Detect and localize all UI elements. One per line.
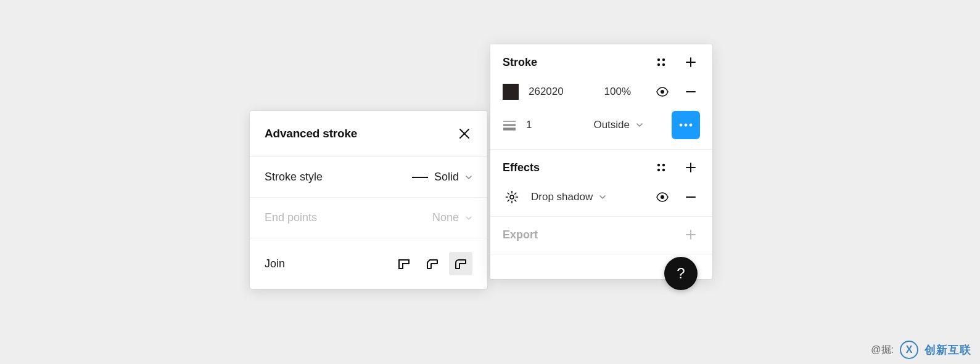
visibility-eye-icon[interactable] bbox=[653, 83, 672, 101]
svg-line-23 bbox=[515, 200, 516, 201]
stroke-style-value-group: Solid bbox=[412, 171, 472, 184]
plus-icon[interactable] bbox=[681, 53, 700, 71]
stroke-width-row: 1 Outside bbox=[503, 101, 700, 139]
export-section-title: Export bbox=[503, 229, 538, 241]
stroke-style-value: Solid bbox=[434, 171, 459, 184]
stroke-solid-icon bbox=[412, 176, 428, 179]
inspector-panel: Stroke 262020 100% bbox=[490, 44, 712, 279]
join-round-button[interactable] bbox=[449, 252, 472, 275]
svg-point-17 bbox=[510, 195, 514, 199]
join-row: Join bbox=[250, 238, 487, 289]
effect-settings-sun-icon[interactable] bbox=[503, 188, 521, 206]
end-points-value-group: None bbox=[432, 211, 472, 224]
visibility-eye-icon[interactable] bbox=[653, 188, 672, 206]
help-button[interactable]: ? bbox=[664, 257, 698, 290]
svg-point-15 bbox=[657, 169, 660, 171]
remove-minus-icon[interactable] bbox=[681, 188, 700, 206]
svg-point-11 bbox=[685, 124, 688, 127]
stroke-position-value: Outside bbox=[593, 119, 630, 131]
export-section-header: Export bbox=[503, 225, 700, 244]
effect-type-select[interactable]: Drop shadow bbox=[531, 191, 606, 203]
chevron-down-icon bbox=[465, 214, 472, 222]
svg-line-25 bbox=[515, 193, 516, 194]
stroke-color-row: 262020 100% bbox=[503, 75, 700, 101]
chevron-down-icon bbox=[465, 174, 472, 181]
watermark: @掘: X 创新互联 bbox=[871, 341, 971, 359]
plus-icon[interactable] bbox=[681, 158, 700, 177]
styles-icon[interactable] bbox=[652, 53, 670, 71]
stroke-style-label: Stroke style bbox=[265, 171, 323, 184]
svg-point-4 bbox=[662, 63, 665, 66]
stroke-color-swatch[interactable] bbox=[503, 84, 519, 100]
effects-section: Effects Drop shadow bbox=[490, 150, 712, 217]
svg-point-5 bbox=[661, 90, 664, 94]
stroke-section: Stroke 262020 100% bbox=[490, 44, 712, 150]
stroke-style-row[interactable]: Stroke style Solid bbox=[250, 157, 487, 198]
effects-section-header: Effects bbox=[503, 158, 700, 180]
export-section: Export bbox=[490, 217, 712, 254]
svg-point-3 bbox=[657, 63, 660, 66]
svg-line-24 bbox=[508, 200, 509, 201]
popover-header: Advanced stroke bbox=[250, 111, 487, 157]
effects-section-tools bbox=[652, 158, 700, 177]
join-label: Join bbox=[265, 257, 285, 270]
chevron-down-icon bbox=[599, 193, 606, 201]
effects-section-title: Effects bbox=[503, 161, 540, 174]
effect-row: Drop shadow bbox=[503, 180, 700, 206]
end-points-value: None bbox=[432, 211, 459, 224]
export-section-tools bbox=[681, 225, 700, 244]
stroke-more-button[interactable] bbox=[672, 111, 700, 139]
chevron-down-icon bbox=[636, 121, 643, 129]
join-buttons bbox=[392, 252, 472, 275]
stroke-position-select[interactable]: Outside bbox=[593, 119, 643, 131]
watermark-attrib: @掘: bbox=[871, 344, 894, 357]
stroke-section-tools bbox=[652, 53, 700, 71]
watermark-brand: 创新互联 bbox=[924, 342, 971, 357]
stroke-section-header: Stroke bbox=[503, 53, 700, 75]
effect-type-value: Drop shadow bbox=[531, 191, 593, 203]
plus-icon[interactable] bbox=[681, 225, 700, 244]
styles-icon[interactable] bbox=[652, 158, 670, 177]
stroke-hex-value[interactable]: 262020 bbox=[529, 86, 564, 98]
stroke-width-input[interactable]: 1 bbox=[526, 119, 532, 131]
stroke-weight-icon bbox=[503, 119, 516, 131]
svg-point-2 bbox=[662, 59, 665, 61]
watermark-logo-icon: X bbox=[900, 341, 918, 359]
advanced-stroke-popover: Advanced stroke Stroke style Solid End p… bbox=[250, 111, 487, 289]
svg-point-26 bbox=[661, 195, 664, 199]
svg-point-1 bbox=[657, 59, 660, 61]
svg-line-22 bbox=[508, 193, 509, 194]
join-bevel-button[interactable] bbox=[421, 252, 444, 275]
remove-minus-icon[interactable] bbox=[681, 83, 700, 101]
svg-point-10 bbox=[680, 124, 683, 127]
join-miter-button[interactable] bbox=[392, 252, 416, 275]
popover-title: Advanced stroke bbox=[265, 127, 357, 140]
stroke-section-title: Stroke bbox=[503, 56, 537, 69]
svg-point-14 bbox=[662, 164, 665, 166]
close-icon[interactable] bbox=[455, 124, 474, 143]
svg-point-16 bbox=[662, 169, 665, 171]
help-question-icon: ? bbox=[677, 265, 685, 282]
stroke-opacity-value[interactable]: 100% bbox=[604, 86, 631, 98]
end-points-row: End points None bbox=[250, 198, 487, 238]
svg-point-13 bbox=[657, 164, 660, 166]
svg-point-12 bbox=[690, 124, 693, 127]
end-points-label: End points bbox=[265, 211, 317, 224]
